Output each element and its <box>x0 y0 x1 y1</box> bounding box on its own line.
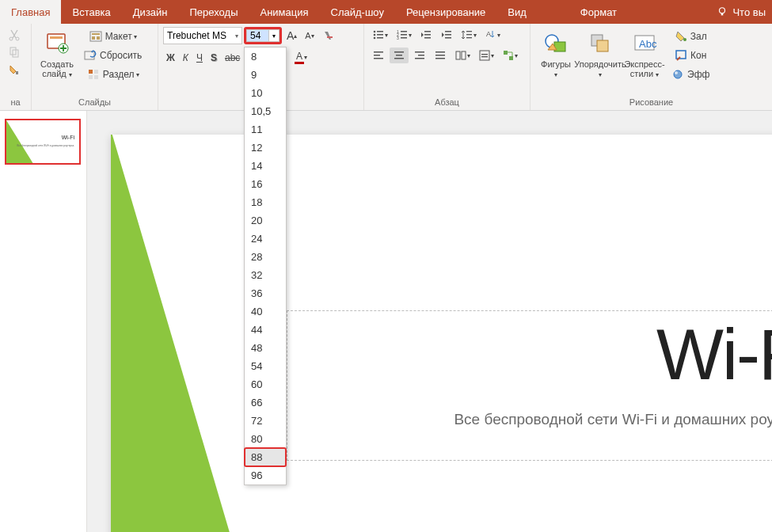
font-size-option[interactable]: 18 <box>245 193 286 211</box>
font-size-option[interactable]: 10,5 <box>245 102 286 120</box>
svg-rect-48 <box>415 51 424 53</box>
text-shadow-button[interactable]: S <box>207 51 220 65</box>
text-direction-button[interactable]: A▾ <box>481 27 504 43</box>
bold-button[interactable]: Ж <box>163 51 178 65</box>
strikethrough-button[interactable]: abc <box>222 51 243 65</box>
font-size-option[interactable]: 60 <box>245 375 286 393</box>
tell-me[interactable]: Что вы <box>710 0 772 24</box>
slide-subtitle[interactable]: Все беспроводной сети Wi-Fi и домашних р… <box>302 411 772 428</box>
font-size-option[interactable]: 40 <box>245 302 286 321</box>
smartart-button[interactable]: ▾ <box>499 48 521 63</box>
font-size-option[interactable]: 32 <box>245 266 286 284</box>
tab-slideshow[interactable]: Слайд-шоу <box>320 0 395 24</box>
shapes-button[interactable]: Фигуры▾ <box>535 27 576 82</box>
ribbon: на Создатьслайд ▾ Макет ▾ Сбросить Разде… <box>0 24 772 111</box>
font-size-option[interactable]: 10 <box>245 84 286 102</box>
font-size-option[interactable]: 88 <box>245 448 286 466</box>
copy-button[interactable] <box>5 44 24 60</box>
shape-effects-button[interactable]: Эфф <box>668 66 713 82</box>
bullets-button[interactable]: ▾ <box>369 27 391 43</box>
new-slide-button[interactable]: Создатьслайд ▾ <box>36 27 78 82</box>
font-size-option[interactable]: 16 <box>245 175 286 193</box>
decrease-indent-button[interactable] <box>416 27 435 43</box>
align-right-button[interactable] <box>410 48 429 63</box>
shrink-font-button[interactable]: A▾ <box>302 29 317 42</box>
tab-review[interactable]: Рецензирование <box>395 0 496 24</box>
font-size-option[interactable]: 8 <box>245 48 286 66</box>
svg-rect-15 <box>89 70 93 74</box>
layout-button[interactable]: Макет ▾ <box>81 28 145 44</box>
align-center-button[interactable] <box>390 48 409 63</box>
numbering-button[interactable]: 123▾ <box>393 27 415 43</box>
font-size-option[interactable]: 66 <box>245 393 286 412</box>
font-size-option[interactable]: 28 <box>245 248 286 266</box>
font-size-option[interactable]: 12 <box>245 139 286 157</box>
font-size-dropdown-list[interactable]: 891010,511121416182024283236404448546066… <box>244 47 287 485</box>
font-size-option[interactable]: 9 <box>245 66 286 84</box>
slide-canvas[interactable]: Wi-Fi Все беспроводной сети Wi-Fi и дома… <box>87 111 772 532</box>
font-size-option[interactable]: 72 <box>245 412 286 430</box>
tab-format[interactable]: Формат <box>569 0 628 24</box>
thumb-subtitle: Все беспроводной сети Wi-Fi и домашних р… <box>17 144 74 147</box>
section-button[interactable]: Раздел ▾ <box>81 66 145 82</box>
slide-title[interactable]: Wi-Fi <box>302 319 772 390</box>
align-left-button[interactable] <box>369 48 388 63</box>
svg-rect-46 <box>396 55 402 56</box>
slides-group-label: Слайды <box>36 96 153 108</box>
cut-button[interactable] <box>5 27 24 43</box>
shape-fill-button[interactable]: Зал <box>668 28 713 44</box>
font-size-option[interactable]: 24 <box>245 230 286 248</box>
line-spacing-icon <box>461 28 473 41</box>
svg-rect-51 <box>435 51 445 53</box>
slide-thumbnail-1[interactable]: Wi-Fi Все беспроводной сети Wi-Fi и дома… <box>5 119 81 165</box>
title-textbox[interactable]: Wi-Fi Все беспроводной сети Wi-Fi и дома… <box>287 310 772 461</box>
font-size-combo[interactable]: 54 ▾ 891010,5111214161820242832364044485… <box>244 27 282 44</box>
svg-rect-57 <box>481 54 488 55</box>
increase-indent-button[interactable] <box>437 27 456 43</box>
tab-view[interactable]: Вид <box>496 0 538 24</box>
brush-icon <box>8 63 21 76</box>
font-size-option[interactable]: 20 <box>245 211 286 230</box>
font-size-option[interactable]: 54 <box>245 357 286 375</box>
effects-icon <box>671 68 684 81</box>
font-size-option[interactable]: 80 <box>245 430 286 448</box>
tab-design[interactable]: Дизайн <box>122 0 179 24</box>
format-painter-button[interactable] <box>5 62 24 78</box>
clear-formatting-button[interactable] <box>319 28 338 44</box>
quick-styles-button[interactable]: Abc Экспресс-стили ▾ <box>624 27 665 82</box>
reset-button[interactable]: Сбросить <box>81 48 145 63</box>
svg-rect-68 <box>676 51 686 59</box>
columns-button[interactable]: ▾ <box>451 48 473 63</box>
font-size-option[interactable]: 96 <box>245 466 286 484</box>
tab-insert[interactable]: Вставка <box>61 0 121 24</box>
italic-button[interactable]: К <box>180 51 192 65</box>
font-size-value[interactable]: 54 <box>246 29 268 42</box>
slide-thumbnail-panel[interactable]: Wi-Fi Все беспроводной сети Wi-Fi и дома… <box>0 111 87 532</box>
justify-button[interactable] <box>431 48 450 63</box>
align-left-icon <box>372 49 385 62</box>
align-text-button[interactable]: ▾ <box>475 48 497 63</box>
font-size-dropdown-button[interactable]: ▾ <box>268 29 280 42</box>
tab-transitions[interactable]: Переходы <box>179 0 249 24</box>
tab-animation[interactable]: Анимация <box>249 0 320 24</box>
font-size-option[interactable]: 36 <box>245 284 286 302</box>
arrange-button[interactable]: Упорядочить▾ <box>580 27 621 82</box>
section-icon <box>87 68 100 81</box>
font-size-option[interactable]: 14 <box>245 157 286 175</box>
underline-button[interactable]: Ч <box>193 51 206 65</box>
font-size-option[interactable]: 11 <box>245 120 286 139</box>
font-name-combo[interactable]: Trebuchet MS ▾ <box>163 27 242 44</box>
font-size-option[interactable]: 48 <box>245 339 286 357</box>
grow-font-button[interactable]: A▴ <box>283 28 300 44</box>
font-color-button[interactable]: A▾ <box>291 49 310 66</box>
font-size-option[interactable]: 44 <box>245 321 286 339</box>
tab-home[interactable]: Главная <box>0 0 61 24</box>
slide[interactable]: Wi-Fi Все беспроводной сети Wi-Fi и дома… <box>111 135 772 532</box>
svg-rect-43 <box>374 55 380 56</box>
svg-rect-11 <box>92 33 100 35</box>
svg-rect-55 <box>462 51 466 59</box>
svg-rect-44 <box>374 58 383 59</box>
shape-outline-button[interactable]: Кон <box>668 48 713 63</box>
svg-rect-25 <box>377 37 383 39</box>
line-spacing-button[interactable]: ▾ <box>458 27 480 43</box>
